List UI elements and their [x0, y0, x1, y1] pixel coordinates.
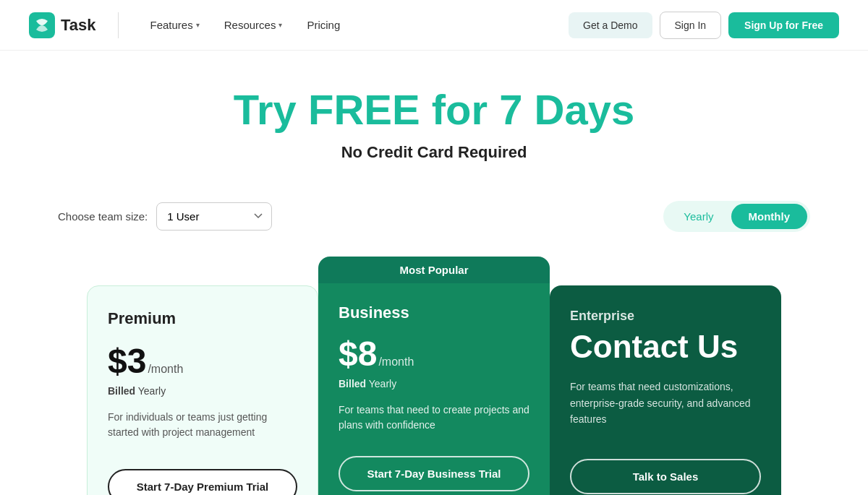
- enterprise-cta-button[interactable]: Talk to Sales: [570, 459, 761, 494]
- logo-text: Task: [61, 16, 96, 35]
- business-card: Business $8 /month Billed Yearly For tea…: [318, 283, 550, 495]
- enterprise-contact-text: Contact Us: [570, 330, 761, 364]
- business-billed: Billed Yearly: [339, 378, 529, 389]
- premium-period: /month: [148, 363, 183, 376]
- nav-divider: [118, 12, 119, 38]
- team-size-control: Choose team size: 1 User 2-5 Users 6-10 …: [58, 202, 272, 231]
- enterprise-card: Enterprise Contact Us For teams that nee…: [550, 285, 781, 495]
- hero-subtitle: No Credit Card Required: [29, 143, 839, 162]
- nav-links: Features ▾ Resources ▾ Pricing: [140, 13, 569, 37]
- business-cta-button[interactable]: Start 7-Day Business Trial: [339, 456, 529, 491]
- hero-section: Try FREE for 7 Days No Credit Card Requi…: [0, 51, 868, 184]
- pricing-controls: Choose team size: 1 User 2-5 Users 6-10 …: [0, 184, 868, 249]
- premium-description: For individuals or teams just getting st…: [108, 410, 297, 440]
- business-card-wrapper: Most Popular Business $8 /month Billed Y…: [318, 257, 550, 495]
- monthly-toggle[interactable]: Monthly: [731, 204, 808, 229]
- sign-up-button[interactable]: Sign Up for Free: [728, 12, 839, 38]
- pricing-cards: Premium $3 /month Billed Yearly For indi…: [0, 249, 868, 495]
- sign-in-button[interactable]: Sign In: [660, 12, 722, 39]
- business-price: $8: [339, 334, 377, 374]
- business-period: /month: [378, 356, 414, 369]
- billing-toggle: Yearly Monthly: [663, 201, 810, 232]
- business-price-row: $8 /month: [339, 334, 529, 374]
- team-size-label: Choose team size:: [58, 210, 148, 223]
- chevron-down-icon: ▾: [278, 21, 282, 29]
- business-plan-name: Business: [339, 304, 529, 322]
- nav-pricing[interactable]: Pricing: [297, 13, 350, 37]
- enterprise-description: For teams that need customizations, ente…: [570, 379, 761, 427]
- premium-billed: Billed Yearly: [108, 385, 297, 397]
- yearly-toggle[interactable]: Yearly: [666, 204, 731, 229]
- most-popular-badge: Most Popular: [318, 257, 550, 283]
- get-demo-button[interactable]: Get a Demo: [569, 12, 652, 38]
- logo[interactable]: Task: [29, 12, 96, 38]
- team-size-select[interactable]: 1 User 2-5 Users 6-10 Users 11-25 Users …: [156, 202, 272, 231]
- nav-resources[interactable]: Resources ▾: [214, 13, 293, 37]
- premium-plan-name: Premium: [108, 309, 297, 328]
- chevron-down-icon: ▾: [196, 21, 200, 29]
- nav-features[interactable]: Features ▾: [140, 13, 210, 37]
- business-description: For teams that need to create projects a…: [339, 403, 529, 433]
- premium-price-row: $3 /month: [108, 341, 297, 381]
- premium-cta-button[interactable]: Start 7-Day Premium Trial: [108, 469, 297, 495]
- enterprise-plan-name: Enterprise: [570, 309, 761, 324]
- premium-card: Premium $3 /month Billed Yearly For indi…: [87, 285, 318, 495]
- logo-icon: [29, 12, 55, 38]
- nav-actions: Get a Demo Sign In Sign Up for Free: [569, 12, 839, 39]
- hero-title: Try FREE for 7 Days: [29, 87, 839, 133]
- premium-price: $3: [108, 341, 146, 381]
- navbar: Task Features ▾ Resources ▾ Pricing Get …: [0, 0, 868, 51]
